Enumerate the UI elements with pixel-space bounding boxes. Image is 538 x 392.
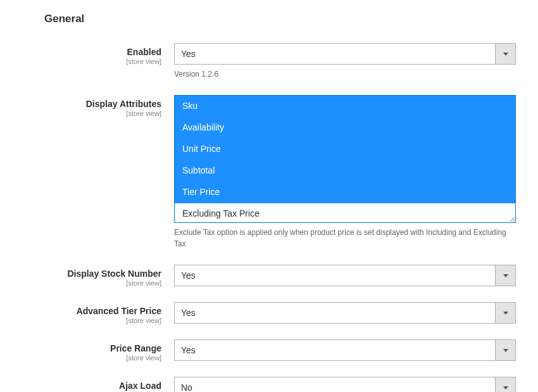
display-attributes-scope: [store view] <box>19 110 161 117</box>
multiselect-option[interactable]: Excluding Tax Price <box>175 203 515 223</box>
display-stock-number-scope: [store view] <box>19 279 161 287</box>
multiselect-option[interactable]: Unit Price <box>175 139 515 160</box>
field-ajax-load: Ajax Load [store view] No <box>19 377 519 392</box>
advanced-tier-price-select[interactable]: Yes <box>174 302 516 324</box>
price-range-scope: [store view] <box>19 354 161 362</box>
enabled-label: Enabled <box>19 47 161 57</box>
field-price-range: Price Range [store view] Yes <box>19 339 519 362</box>
multiselect-option[interactable]: Sku <box>175 96 515 117</box>
ajax-load-select[interactable]: No <box>174 377 516 392</box>
display-attributes-multiselect[interactable]: SkuAvailabilityUnit PriceSubtotalTier Pr… <box>174 95 516 223</box>
field-enabled: Enabled [store view] Yes Version 1.2.6 <box>19 43 519 80</box>
advanced-tier-price-scope: [store view] <box>19 317 161 324</box>
field-advanced-tier-price: Advanced Tier Price [store view] Yes <box>19 302 519 324</box>
section-title: General <box>44 13 519 25</box>
enabled-hint: Version 1.2.6 <box>174 68 516 80</box>
multiselect-option[interactable]: Tier Price <box>175 182 515 203</box>
price-range-select[interactable]: Yes <box>174 339 516 361</box>
display-attributes-hint: Exclude Tax option is applied only when … <box>174 227 516 250</box>
field-display-attributes: Display Attributes [store view] SkuAvail… <box>19 95 519 250</box>
enabled-scope: [store view] <box>19 58 161 65</box>
enabled-select[interactable]: Yes <box>174 43 516 65</box>
advanced-tier-price-label: Advanced Tier Price <box>19 306 161 316</box>
display-stock-number-label: Display Stock Number <box>19 269 161 279</box>
multiselect-option[interactable]: Subtotal <box>175 160 515 182</box>
display-attributes-label: Display Attributes <box>19 99 161 109</box>
price-range-label: Price Range <box>19 343 161 353</box>
multiselect-option[interactable]: Availability <box>175 117 515 139</box>
field-display-stock-number: Display Stock Number [store view] Yes <box>19 265 519 287</box>
display-stock-number-select[interactable]: Yes <box>174 265 516 286</box>
ajax-load-label: Ajax Load <box>19 381 161 391</box>
